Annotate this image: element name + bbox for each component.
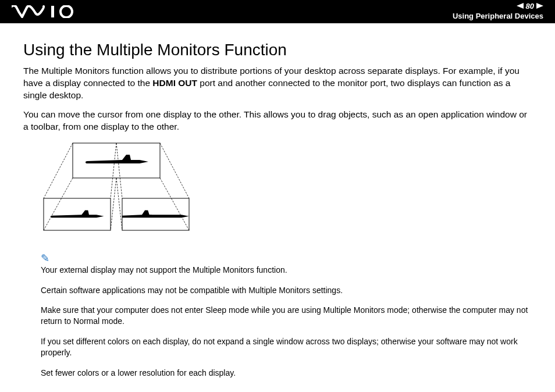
note-2: Certain software applications may not be… [41,285,532,296]
note-5: Set fewer colors or a lower resolution f… [41,368,532,379]
svg-rect-6 [44,198,111,230]
notes-section: Your external display may not support th… [41,265,532,379]
svg-marker-2 [517,3,524,9]
svg-marker-3 [536,3,543,9]
page-number: 80 [526,2,534,12]
note-1: Your external display may not support th… [41,265,532,276]
svg-line-15 [160,143,189,198]
prev-page-arrow-icon[interactable] [517,2,524,12]
next-page-arrow-icon[interactable] [536,2,543,12]
hdmi-out-label: HDMI OUT [152,78,197,88]
page-content: Using the Multiple Monitors Function The… [0,23,555,392]
header-nav: 80 Using Peripheral Devices [453,2,543,22]
note-icon: ✎ [41,252,532,265]
svg-point-1 [61,6,72,17]
svg-rect-0 [51,6,54,17]
note-3: Make sure that your computer does not en… [41,305,532,327]
paragraph-1: The Multiple Monitors function allows yo… [23,65,532,102]
svg-line-12 [111,178,116,230]
section-title[interactable]: Using Peripheral Devices [453,12,543,22]
note-4: If you set different colors on each disp… [41,336,532,358]
svg-line-14 [116,178,122,230]
paragraph-2: You can move the cursor from one display… [23,109,532,133]
svg-rect-7 [122,198,189,230]
vaio-logo [12,5,76,18]
svg-line-9 [44,143,73,198]
svg-point-5 [86,161,89,163]
page-header: 80 Using Peripheral Devices [0,0,555,23]
page-title: Using the Multiple Monitors Function [23,41,532,59]
multiple-monitors-diagram [41,140,532,241]
